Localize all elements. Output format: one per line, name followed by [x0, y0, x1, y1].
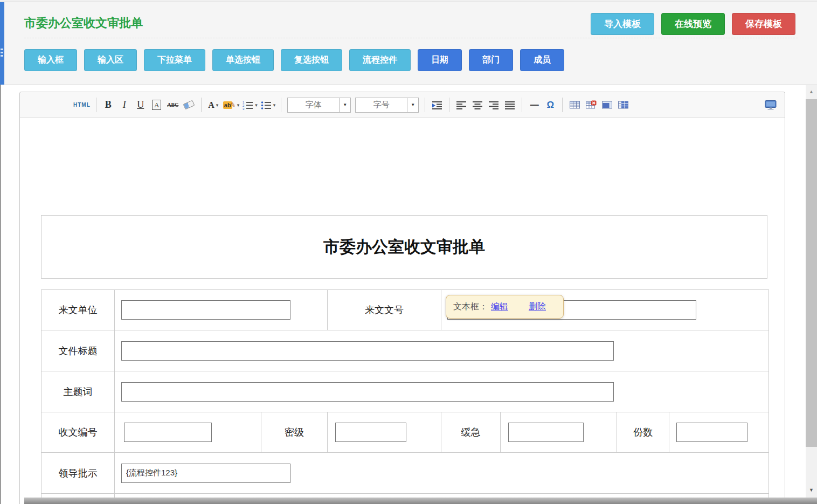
- cell-receipt-number: [115, 412, 261, 453]
- caret-down-icon: ▾: [273, 102, 276, 108]
- align-right-button[interactable]: [487, 98, 500, 113]
- table-row: 文件标题: [41, 330, 769, 371]
- vertical-scrollbar[interactable]: ▲ ▼: [806, 85, 817, 498]
- label-incoming-number: 来文文号: [328, 290, 441, 330]
- leader-note-input[interactable]: [121, 464, 290, 483]
- header-actions: 导入模板 在线预览 保存模板: [591, 13, 795, 35]
- italic-button[interactable]: I: [118, 98, 131, 113]
- table-row: 领导批示: [41, 453, 769, 494]
- align-left-button[interactable]: [455, 98, 468, 113]
- subject-words-input[interactable]: [121, 382, 614, 402]
- table-row: 主题词: [41, 371, 769, 412]
- label-leader-note: 领导批示: [41, 453, 115, 494]
- cell-secrecy: [328, 412, 441, 453]
- add-member-button[interactable]: 成员: [520, 49, 564, 71]
- edit-field-link[interactable]: 编辑: [491, 301, 508, 313]
- monitor-icon: [764, 100, 777, 111]
- cell-subject-words: [115, 371, 769, 412]
- import-template-button[interactable]: 导入模板: [591, 13, 654, 35]
- ordered-list-button[interactable]: 1 2 3 ▾: [243, 98, 258, 113]
- highlight-color-button[interactable]: ab✎▾: [223, 98, 239, 113]
- online-preview-button[interactable]: 在线预览: [661, 13, 725, 35]
- cell-properties-icon: [601, 100, 613, 109]
- cell-copies: [669, 412, 769, 453]
- add-checkbox-button[interactable]: 复选按钮: [281, 49, 342, 71]
- scroll-down-icon[interactable]: ▼: [806, 486, 817, 494]
- label-secrecy: 密级: [261, 412, 328, 453]
- add-date-button[interactable]: 日期: [418, 49, 462, 71]
- left-edge-panel: [0, 2, 4, 85]
- copies-input[interactable]: [676, 423, 747, 442]
- scroll-up-icon[interactable]: ▲: [806, 87, 817, 96]
- table-icon: [569, 100, 580, 109]
- label-copies: 份数: [617, 412, 669, 453]
- align-justify-icon: [504, 100, 515, 110]
- add-textarea-button[interactable]: 输入区: [84, 49, 137, 71]
- unordered-list-icon: [261, 100, 272, 110]
- editor-toolbar: HTML B I U A ABC A▾ ab✎▾ 1 2 3 ▾: [20, 92, 785, 118]
- font-family-select[interactable]: 字体 ▼: [287, 98, 351, 113]
- add-flow-control-button[interactable]: 流程控件: [349, 49, 411, 71]
- table-row: 来文单位 来文文号: [41, 290, 769, 330]
- add-dropdown-button[interactable]: 下拉菜单: [144, 49, 205, 71]
- align-justify-button[interactable]: [503, 98, 516, 113]
- eraser-icon: [183, 100, 195, 110]
- toolbar-separator: [281, 98, 281, 112]
- receipt-number-input[interactable]: [124, 423, 212, 442]
- add-input-box-button[interactable]: 输入框: [24, 49, 77, 71]
- fullscreen-button[interactable]: [764, 98, 777, 113]
- ordered-list-icon: 1 2 3: [243, 100, 253, 110]
- scrollbar-thumb[interactable]: [806, 99, 817, 447]
- label-receipt-number: 收文编号: [41, 412, 115, 453]
- unordered-list-button[interactable]: ▾: [261, 98, 276, 113]
- save-template-button[interactable]: 保存模板: [732, 13, 795, 35]
- add-radio-button[interactable]: 单选按钮: [212, 49, 274, 71]
- bold-button[interactable]: B: [102, 98, 115, 113]
- toolbar-separator: [522, 98, 522, 112]
- toolbar-separator: [201, 98, 202, 112]
- insert-table-button[interactable]: [568, 98, 581, 113]
- editor-canvas[interactable]: 市委办公室收文审批单 来文单位 来文文号 文件标题 主题词 收文: [20, 118, 785, 504]
- table-properties-button[interactable]: [617, 98, 629, 113]
- font-style-button[interactable]: A: [150, 98, 163, 113]
- table-row: 收文编号 密级 缓急 份数: [41, 412, 769, 453]
- source-code-button[interactable]: HTML: [73, 98, 91, 113]
- header: 市委办公室收文审批单 导入模板 在线预览 保存模板 输入框 输入区 下拉菜单 单…: [4, 2, 817, 85]
- cell-properties-button[interactable]: [600, 98, 613, 113]
- horizontal-rule-button[interactable]: —: [528, 98, 541, 113]
- add-department-button[interactable]: 部门: [469, 49, 513, 71]
- indent-button[interactable]: [431, 98, 444, 113]
- incoming-unit-input[interactable]: [121, 300, 290, 320]
- align-center-button[interactable]: [471, 98, 484, 113]
- boxed-a-icon: A: [152, 100, 161, 110]
- secrecy-input[interactable]: [335, 423, 406, 442]
- toolbar-separator: [96, 98, 96, 112]
- font-color-button[interactable]: A▾: [207, 98, 220, 113]
- cell-doc-title: [115, 330, 769, 371]
- delete-table-button[interactable]: [584, 98, 597, 113]
- remove-format-button[interactable]: [183, 98, 196, 113]
- toolbar-separator: [449, 98, 449, 112]
- form-table: 来文单位 来文文号 文件标题 主题词 收文编号 密级 缓急 份数: [41, 289, 769, 504]
- special-char-button[interactable]: Ω: [544, 98, 557, 113]
- select-caret-icon: ▼: [339, 98, 350, 112]
- align-center-icon: [472, 100, 483, 110]
- form-title-block: 市委办公室收文审批单: [41, 215, 767, 279]
- doc-title-input[interactable]: [121, 341, 614, 361]
- font-size-select[interactable]: 字号 ▼: [355, 98, 419, 113]
- field-control-toolbar: 输入框 输入区 下拉菜单 单选按钮 复选按钮 流程控件 日期 部门 成员: [24, 49, 564, 71]
- header-divider: [24, 38, 798, 38]
- tooltip-label: 文本框：: [453, 301, 488, 313]
- page-title: 市委办公室收文审批单: [24, 15, 143, 31]
- delete-field-link[interactable]: 删除: [529, 301, 546, 313]
- select-caret-icon: ▼: [407, 98, 418, 112]
- label-urgency: 缓急: [441, 412, 501, 453]
- form-title: 市委办公室收文审批单: [323, 236, 485, 258]
- label-incoming-unit: 来文单位: [41, 290, 115, 330]
- svg-text:3: 3: [243, 107, 245, 110]
- strikethrough-button[interactable]: ABC: [167, 98, 179, 113]
- table-properties-icon: [618, 100, 629, 109]
- delete-table-icon: [585, 100, 597, 109]
- urgency-input[interactable]: [508, 423, 584, 442]
- underline-button[interactable]: U: [134, 98, 147, 113]
